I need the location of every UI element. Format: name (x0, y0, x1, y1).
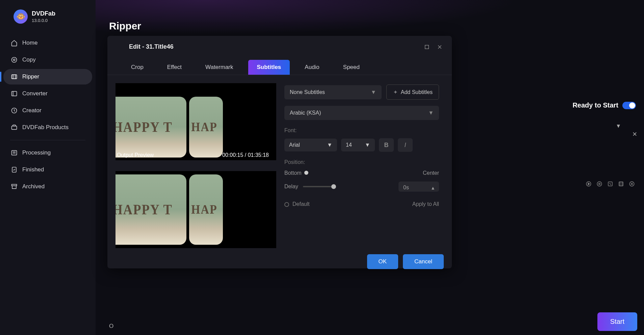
original-preview: PY T HAPPY T HAP (115, 171, 276, 248)
edit-icon[interactable] (607, 181, 614, 187)
chevron-down-icon[interactable]: ▼ (616, 123, 621, 129)
default-radio[interactable]: Default (284, 201, 310, 207)
bold-button[interactable]: B (379, 138, 394, 152)
tab-speed[interactable]: Speed (334, 60, 368, 75)
sidebar-item-label: DVDFab Products (22, 124, 69, 131)
preview-column: PY T HAPPY T HAP Output Preview 00:00:15… (115, 83, 278, 248)
svg-rect-2 (12, 75, 17, 79)
edit-modal: Edit - 31.Title46 Crop Effect Watermark … (107, 36, 452, 268)
frame-text: HAPPY T (115, 201, 173, 218)
font-label: Font: (284, 127, 439, 134)
sidebar-item-home[interactable]: Home (3, 35, 92, 51)
sidebar-item-archived[interactable]: Archived (3, 179, 92, 194)
status-text: Ready to Start (572, 101, 618, 109)
svg-point-23 (599, 183, 600, 185)
processing-icon (11, 149, 18, 156)
svg-point-24 (597, 182, 602, 186)
chevron-down-icon: ▼ (428, 110, 434, 116)
sidebar-item-label: Finished (22, 166, 44, 173)
modal-body: PY T HAPPY T HAP Output Preview 00:00:15… (107, 75, 452, 248)
apply-all-button[interactable]: Apply to All (412, 201, 439, 207)
font-family-value: Arial (289, 142, 300, 148)
modal-footer: OK Cancel (107, 248, 452, 269)
svg-rect-6 (12, 126, 17, 129)
language-value: Arabic (KSA) (290, 110, 321, 116)
add-subtitles-label: Add Subtitles (401, 89, 433, 95)
gear-icon[interactable] (596, 181, 603, 187)
font-size-select[interactable]: 14 ▼ (341, 139, 375, 151)
sidebar-item-creator[interactable]: Creator (3, 103, 92, 118)
start-button[interactable]: Start (597, 312, 637, 331)
nav-primary: Home Copy Ripper Converter Creator (0, 32, 96, 194)
sidebar-item-label: Processing (22, 149, 51, 156)
tab-crop[interactable]: Crop (122, 60, 152, 75)
sidebar-item-label: Ripper (22, 73, 39, 80)
svg-rect-30 (425, 45, 429, 49)
preview-label: Output Preview (117, 152, 154, 158)
chevron-down-icon: ▼ (327, 142, 332, 148)
sidebar-item-label: Home (22, 40, 37, 46)
subtitle-controls: None Subtitles ▼ ＋ Add Subtitles Arabic … (283, 83, 444, 248)
brand-version: 13.0.0.0 (32, 18, 55, 23)
delay-value-stepper[interactable]: 0s ▴ (398, 182, 439, 192)
output-label: O (109, 323, 113, 330)
delay-slider[interactable] (303, 186, 334, 187)
svg-marker-22 (588, 183, 590, 185)
position-center: Center (423, 170, 439, 176)
tab-subtitles[interactable]: Subtitles (248, 60, 290, 75)
status-panel: Ready to Start (572, 101, 636, 109)
frame-text: HAP (191, 202, 217, 217)
disc-icon (11, 56, 18, 63)
svg-rect-11 (12, 184, 17, 186)
sidebar-item-products[interactable]: DVDFab Products (3, 120, 92, 135)
page-title: Ripper (109, 20, 630, 32)
chevron-down-icon: ▼ (365, 142, 370, 148)
sidebar-item-label: Creator (22, 107, 42, 114)
delay-label: Delay (284, 184, 298, 190)
archived-icon (11, 183, 18, 190)
crop-icon[interactable] (618, 181, 624, 187)
brand-name: DVDFab (32, 10, 55, 17)
italic-button[interactable]: I (398, 138, 413, 152)
modal-header: Edit - 31.Title46 (107, 36, 452, 54)
brand: 🐵 DVDFab 13.0.0.0 (0, 7, 96, 32)
svg-rect-26 (619, 182, 623, 186)
stepper-up-icon: ▴ (432, 185, 434, 191)
remove-icon[interactable] (628, 181, 635, 187)
svg-rect-3 (12, 91, 17, 96)
sidebar-item-label: Archived (22, 183, 45, 190)
sidebar-item-finished[interactable]: Finished (3, 162, 92, 177)
plus-icon: ＋ (393, 89, 398, 96)
sidebar-item-converter[interactable]: Converter (3, 86, 92, 101)
finished-icon (11, 166, 18, 173)
cancel-button[interactable]: Cancel (403, 254, 444, 269)
converter-icon (11, 90, 18, 97)
tab-audio[interactable]: Audio (296, 60, 328, 75)
modal-tabs: Crop Effect Watermark Subtitles Audio Sp… (107, 54, 452, 75)
brand-logo-icon: 🐵 (14, 9, 28, 24)
modal-maximize-icon[interactable] (424, 44, 430, 50)
tab-effect[interactable]: Effect (158, 60, 190, 75)
sidebar-item-copy[interactable]: Copy (3, 52, 92, 68)
sidebar-item-processing[interactable]: Processing (3, 145, 92, 161)
add-subtitles-button[interactable]: ＋ Add Subtitles (386, 85, 439, 100)
home-icon (11, 40, 18, 46)
ok-button[interactable]: OK (367, 254, 398, 269)
play-icon[interactable] (585, 181, 592, 187)
position-bottom: Bottom (284, 170, 302, 176)
language-select[interactable]: Arabic (KSA) ▼ (284, 106, 439, 120)
subtitle-select[interactable]: None Subtitles ▼ (284, 85, 382, 99)
ripper-icon (11, 73, 18, 80)
sidebar-item-label: Copy (22, 56, 36, 63)
frame-text: HAPPY T (115, 119, 173, 135)
font-size-value: 14 (346, 142, 352, 148)
modal-close-icon[interactable] (437, 44, 442, 50)
font-family-select[interactable]: Arial ▼ (284, 139, 337, 151)
sidebar-item-ripper[interactable]: Ripper (3, 69, 92, 85)
sidebar-item-label: Converter (22, 90, 48, 97)
status-toggle[interactable] (622, 102, 636, 109)
tab-watermark[interactable]: Watermark (197, 60, 242, 75)
position-slider-knob[interactable] (304, 171, 308, 175)
item-action-icons (585, 181, 635, 187)
close-icon[interactable]: ✕ (632, 130, 637, 138)
